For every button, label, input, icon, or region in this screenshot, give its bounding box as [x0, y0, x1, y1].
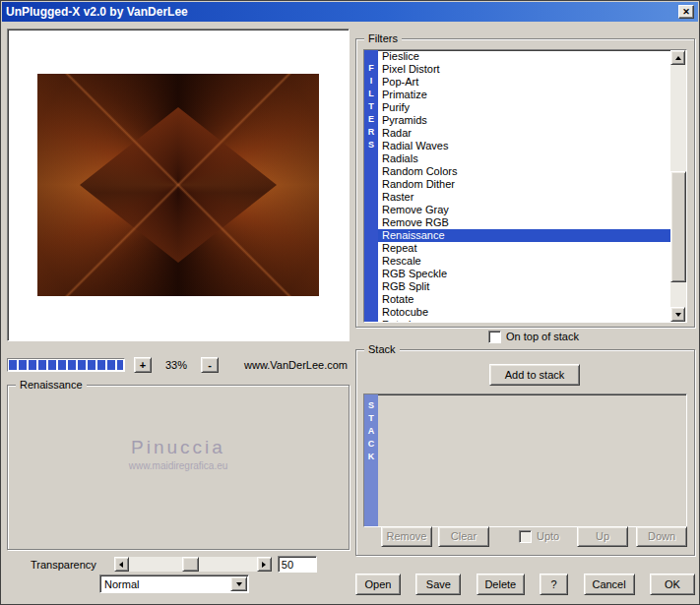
- progress-bar: [7, 358, 125, 372]
- progress-fill: [9, 360, 123, 370]
- filters-group: Filters FILTERS PieslicePixel DistortPop…: [355, 38, 695, 328]
- scroll-right-button[interactable]: [257, 557, 272, 572]
- filter-item[interactable]: Radial Waves: [378, 140, 670, 152]
- filter-item[interactable]: Rotocube: [378, 306, 670, 319]
- renaissance-group: Renaissance Pinuccia www.maidiregrafica.…: [7, 385, 350, 550]
- filters-scrollbar[interactable]: [670, 50, 686, 322]
- filter-item[interactable]: Renaissance: [378, 229, 670, 242]
- chevron-down-icon: [236, 582, 242, 586]
- arrow-right-icon: [262, 562, 266, 568]
- stack-group-title: Stack: [364, 343, 400, 356]
- scroll-down-button[interactable]: [670, 307, 685, 322]
- help-button[interactable]: ?: [540, 574, 568, 595]
- stack-strip: STACK: [364, 394, 378, 526]
- blend-mode-select[interactable]: Normal: [99, 575, 249, 593]
- filter-item[interactable]: Primatize: [378, 89, 670, 101]
- filter-item[interactable]: Remove Gray: [378, 204, 670, 216]
- unplugged-x-window: UnPlugged-X v2.0 by VanDerLee ✕ + 33% - …: [0, 0, 700, 605]
- arrow-up-icon: [675, 56, 681, 60]
- remove-button[interactable]: Remove: [381, 526, 432, 547]
- cancel-button[interactable]: Cancel: [584, 574, 635, 595]
- filter-item[interactable]: Random Dither: [378, 178, 670, 191]
- filters-strip-letter: I: [370, 75, 373, 88]
- filters-strip-letter: F: [368, 62, 374, 75]
- filters-strip-letter: L: [368, 88, 374, 100]
- save-button[interactable]: Save: [415, 574, 461, 595]
- blend-mode-value: Normal: [100, 578, 230, 590]
- filter-item[interactable]: RGB Speckle: [378, 268, 670, 280]
- filters-strip-letter: S: [368, 139, 374, 151]
- stack-strip-letter: S: [368, 399, 374, 412]
- on-top-row: On top of stack: [488, 330, 579, 343]
- action-buttons: Open Save Delete ? Cancel OK: [355, 574, 695, 595]
- filters-list: PieslicePixel DistortPop-ArtPrimatizePur…: [378, 50, 670, 322]
- delete-button[interactable]: Delete: [477, 574, 525, 595]
- stack-strip-letter: C: [368, 438, 375, 451]
- transparency-label: Transparency: [31, 559, 96, 571]
- zoom-row: + 33% - www.VanDerLee.com: [7, 356, 350, 373]
- filter-item[interactable]: Radials: [378, 152, 670, 165]
- filter-item[interactable]: Pop-Art: [378, 76, 670, 89]
- filters-strip: FILTERS: [364, 50, 378, 322]
- filter-item[interactable]: Pieslice: [378, 50, 670, 63]
- up-button[interactable]: Up: [577, 526, 628, 547]
- transparency-input[interactable]: [278, 556, 317, 573]
- close-button[interactable]: ✕: [678, 5, 694, 19]
- title-bar[interactable]: UnPlugged-X v2.0 by VanDerLee ✕: [2, 2, 698, 22]
- on-top-checkbox[interactable]: [488, 331, 501, 343]
- stack-list-empty[interactable]: [378, 394, 686, 526]
- website-text: www.VanDerLee.com: [244, 359, 350, 371]
- arrow-down-icon: [675, 313, 681, 317]
- stack-button-row: Remove Clear Upto Up Down: [363, 525, 687, 547]
- filter-item[interactable]: Radar: [378, 127, 670, 140]
- upto-checkbox[interactable]: [519, 530, 532, 543]
- dropdown-button[interactable]: [230, 576, 247, 591]
- ok-button[interactable]: OK: [650, 574, 695, 595]
- zoom-level: 33%: [159, 359, 193, 371]
- filter-item[interactable]: Random Colors: [378, 165, 670, 178]
- clear-button[interactable]: Clear: [438, 526, 489, 547]
- upto-wrap: Upto: [519, 530, 559, 543]
- filters-strip-letter: E: [368, 113, 374, 126]
- transparency-scrollbar[interactable]: [114, 557, 272, 572]
- stack-strip-letter: K: [368, 451, 375, 463]
- transparency-track[interactable]: [129, 557, 257, 572]
- filter-item[interactable]: Raster: [378, 191, 670, 204]
- stack-listbox[interactable]: STACK: [363, 393, 687, 527]
- zoom-out-button[interactable]: -: [201, 357, 219, 373]
- stack-group: Stack Add to stack STACK Remove Clear Up…: [355, 349, 695, 556]
- filters-scroll-track[interactable]: [670, 65, 686, 307]
- filter-item[interactable]: Rotate: [378, 293, 670, 306]
- filter-item[interactable]: Pyramids: [378, 114, 670, 127]
- on-top-label: On top of stack: [506, 331, 579, 342]
- filters-scroll-thumb[interactable]: [670, 171, 686, 282]
- filter-item[interactable]: Remove RGB: [378, 216, 670, 229]
- watermark-url: www.maidiregrafica.eu: [129, 460, 228, 471]
- filter-item[interactable]: Rotodraw: [378, 319, 670, 322]
- preview-image: [37, 74, 319, 296]
- filter-item[interactable]: RGB Split: [378, 280, 670, 293]
- transparency-thumb[interactable]: [182, 557, 199, 572]
- filters-group-title: Filters: [364, 32, 402, 45]
- open-button[interactable]: Open: [355, 574, 401, 595]
- close-icon: ✕: [682, 7, 690, 18]
- filters-strip-letter: T: [368, 100, 374, 113]
- renaissance-group-title: Renaissance: [16, 379, 87, 392]
- filters-strip-letter: R: [368, 126, 375, 139]
- scroll-up-button[interactable]: [670, 50, 685, 65]
- transparency-row: Transparency: [7, 556, 350, 573]
- zoom-in-button[interactable]: +: [134, 357, 152, 373]
- filter-item[interactable]: Repeat: [378, 242, 670, 255]
- filters-listbox: FILTERS PieslicePixel DistortPop-ArtPrim…: [363, 49, 687, 323]
- filter-item[interactable]: Rescale: [378, 255, 670, 268]
- filter-item[interactable]: Pixel Distort: [378, 63, 670, 76]
- arrow-left-icon: [119, 562, 123, 568]
- scroll-left-button[interactable]: [114, 557, 129, 572]
- stack-strip-letter: A: [368, 425, 375, 438]
- add-to-stack-button[interactable]: Add to stack: [489, 364, 580, 386]
- preview-panel: [7, 29, 350, 341]
- upto-label: Upto: [537, 530, 559, 542]
- filter-item[interactable]: Purify: [378, 101, 670, 114]
- down-button[interactable]: Down: [636, 526, 687, 547]
- watermark-name: Pinuccia: [131, 437, 225, 458]
